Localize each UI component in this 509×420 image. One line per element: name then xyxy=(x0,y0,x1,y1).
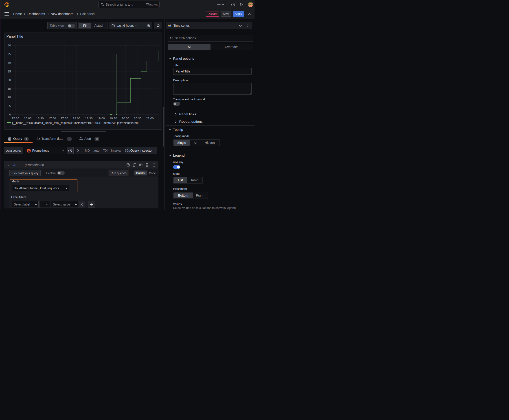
svg-text:16:00: 16:00 xyxy=(24,116,31,120)
svg-text:30: 30 xyxy=(8,61,11,64)
svg-text:17:00: 17:00 xyxy=(48,116,56,120)
svg-text:25: 25 xyxy=(8,69,11,73)
svg-text:0: 0 xyxy=(9,113,11,116)
svg-text:10: 10 xyxy=(8,96,11,99)
svg-text:15:30: 15:30 xyxy=(12,116,19,120)
svg-text:21:00: 21:00 xyxy=(146,116,154,120)
svg-text:35: 35 xyxy=(8,52,11,56)
svg-text:5: 5 xyxy=(9,104,11,107)
svg-text:19:30: 19:30 xyxy=(109,116,117,120)
svg-text:40: 40 xyxy=(8,44,11,47)
svg-text:18:00: 18:00 xyxy=(73,116,80,120)
svg-text:20:00: 20:00 xyxy=(122,116,129,120)
svg-text:{__name__="cloudflared_tunnel_: {__name__="cloudflared_tunnel_total_requ… xyxy=(12,121,140,125)
svg-text:16:30: 16:30 xyxy=(36,116,44,120)
svg-text:17:30: 17:30 xyxy=(60,116,68,120)
svg-text:18:30: 18:30 xyxy=(85,116,92,120)
svg-text:20:30: 20:30 xyxy=(134,116,141,120)
svg-text:15: 15 xyxy=(8,87,11,90)
svg-text:20: 20 xyxy=(8,78,11,82)
svg-text:19:00: 19:00 xyxy=(97,116,105,120)
